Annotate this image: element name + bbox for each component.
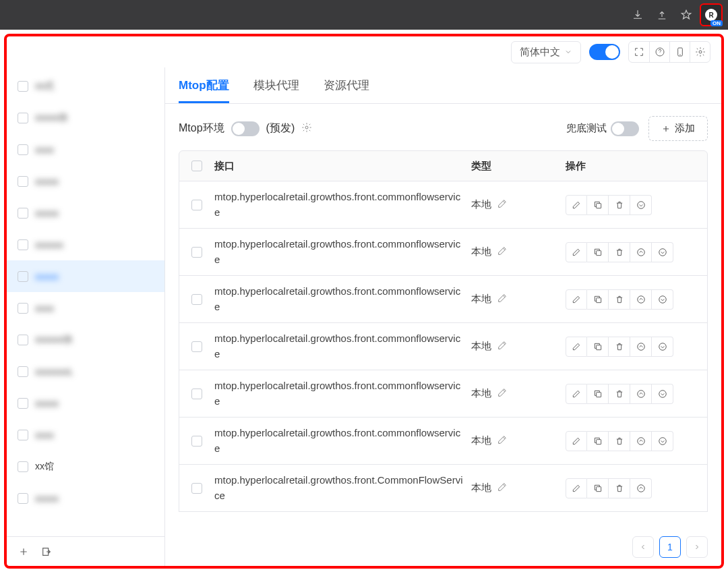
up-button[interactable] (630, 289, 652, 310)
import-button[interactable] (40, 546, 53, 558)
sidebar-checkbox[interactable] (18, 398, 28, 409)
select-all-checkbox[interactable] (191, 161, 202, 171)
delete-button[interactable] (609, 478, 630, 498)
down-button[interactable] (652, 242, 673, 262)
copy-button[interactable] (587, 195, 609, 215)
sidebar-checkbox[interactable] (18, 303, 28, 314)
sidebar-checkbox[interactable] (18, 430, 28, 440)
help-icon[interactable] (649, 42, 669, 62)
page-current[interactable]: 1 (659, 536, 681, 558)
copy-button[interactable] (587, 431, 609, 451)
tab[interactable]: 模块代理 (253, 78, 299, 103)
copy-button[interactable] (587, 289, 609, 310)
row-checkbox[interactable] (191, 389, 202, 399)
fullscreen-icon[interactable] (629, 42, 649, 62)
edit-button[interactable] (566, 431, 587, 451)
sidebar-item[interactable]: xxxxxx块 (7, 324, 164, 355)
share-icon[interactable] (651, 4, 673, 26)
row-checkbox[interactable] (191, 436, 202, 447)
edit-button[interactable] (566, 242, 587, 262)
extension-badge[interactable]: R ON (700, 3, 723, 26)
row-checkbox[interactable] (191, 247, 202, 258)
table-row: mtop.hyperlocalretail.growthos.front.com… (179, 276, 708, 323)
up-button[interactable] (630, 478, 652, 498)
mobile-icon[interactable] (669, 42, 690, 62)
delete-button[interactable] (609, 431, 630, 451)
sidebar-checkbox[interactable] (18, 81, 28, 92)
sidebar-item[interactable]: xxxxx块 (7, 102, 164, 134)
up-button[interactable] (630, 242, 652, 262)
sidebar-checkbox[interactable] (18, 208, 28, 219)
down-button[interactable] (652, 384, 673, 404)
edit-button[interactable] (566, 195, 587, 215)
up-button[interactable] (630, 431, 652, 451)
sidebar-item[interactable]: xxxx (7, 134, 164, 165)
tab[interactable]: Mtop配置 (179, 78, 229, 103)
sidebar-item[interactable]: xxxxx (7, 197, 164, 229)
row-checkbox[interactable] (191, 483, 202, 494)
sidebar-checkbox[interactable] (18, 176, 28, 187)
sidebar-item-label: xxxx (35, 430, 54, 440)
edit-button[interactable] (566, 337, 587, 357)
edit-type-icon[interactable] (497, 246, 508, 258)
page-prev[interactable] (632, 536, 654, 558)
row-checkbox[interactable] (191, 200, 202, 210)
sidebar-item[interactable]: xxxxxx (7, 229, 164, 260)
copy-button[interactable] (587, 337, 609, 357)
fallback-toggle[interactable] (611, 121, 639, 136)
row-checkbox[interactable] (191, 341, 202, 352)
edit-button[interactable] (566, 289, 587, 310)
sidebar-checkbox[interactable] (18, 493, 28, 504)
edit-type-icon[interactable] (497, 198, 508, 211)
sidebar-checkbox[interactable] (18, 113, 28, 123)
up-button[interactable] (630, 337, 652, 357)
down-button[interactable] (652, 289, 673, 310)
sidebar-checkbox[interactable] (18, 366, 28, 377)
star-icon[interactable] (675, 4, 697, 26)
sidebar-item[interactable]: xxxxxxxL (7, 355, 164, 387)
tab[interactable]: 资源代理 (324, 78, 369, 103)
master-toggle[interactable] (589, 44, 620, 60)
edit-type-icon[interactable] (497, 387, 508, 400)
sidebar-checkbox[interactable] (18, 239, 28, 250)
delete-button[interactable] (609, 289, 630, 310)
sidebar-item[interactable]: xx馆 (7, 451, 164, 482)
env-settings-icon[interactable] (301, 122, 312, 136)
sidebar-checkbox[interactable] (18, 144, 28, 155)
copy-button[interactable] (587, 384, 609, 404)
language-select[interactable]: 简体中文 (511, 41, 581, 63)
delete-button[interactable] (609, 195, 630, 215)
down-button[interactable] (652, 431, 673, 451)
sidebar-checkbox[interactable] (18, 335, 28, 345)
sidebar-checkbox[interactable] (18, 461, 28, 472)
edit-type-icon[interactable] (497, 293, 508, 306)
page-next[interactable] (686, 536, 708, 558)
up-button[interactable] (630, 384, 652, 404)
sidebar-item[interactable]: xxxx (7, 419, 164, 451)
env-toggle[interactable] (231, 121, 260, 136)
download-icon[interactable] (627, 4, 648, 26)
sidebar-item[interactable]: xxxxx (7, 482, 164, 514)
sidebar-item[interactable]: xxxxx (7, 260, 164, 292)
edit-button[interactable] (566, 384, 587, 404)
down-button[interactable] (630, 195, 652, 215)
sidebar-item[interactable]: xxxxx (7, 387, 164, 419)
sidebar-item[interactable]: xxxxx (7, 165, 164, 197)
delete-button[interactable] (609, 384, 630, 404)
copy-button[interactable] (587, 242, 609, 262)
edit-type-icon[interactable] (497, 340, 508, 353)
down-button[interactable] (652, 337, 673, 357)
edit-type-icon[interactable] (497, 434, 508, 447)
add-button[interactable]: 添加 (648, 116, 708, 141)
sidebar-checkbox[interactable] (18, 271, 28, 282)
copy-button[interactable] (587, 478, 609, 498)
add-project-button[interactable] (18, 546, 30, 558)
sidebar-item[interactable]: xx式 (7, 70, 164, 102)
delete-button[interactable] (609, 242, 630, 262)
sidebar-item[interactable]: xxxx (7, 292, 164, 324)
delete-button[interactable] (609, 337, 630, 357)
edit-type-icon[interactable] (497, 482, 508, 494)
row-checkbox[interactable] (191, 294, 202, 305)
settings-icon[interactable] (690, 42, 710, 62)
edit-button[interactable] (566, 478, 587, 498)
